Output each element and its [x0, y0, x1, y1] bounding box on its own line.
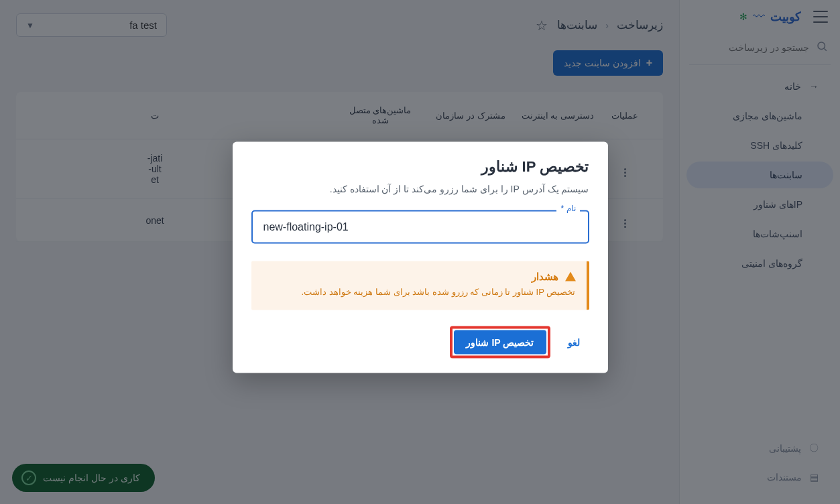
warning-text: تخصیص IP شناور تا زمانی که رزرو شده باشد… — [262, 286, 576, 296]
confirm-highlight: تخصیص IP شناور — [450, 326, 550, 358]
required-mark: * — [560, 203, 564, 212]
warning-icon — [565, 271, 576, 281]
name-input[interactable] — [251, 210, 589, 243]
name-label: نام * — [556, 203, 579, 212]
cancel-button[interactable]: لغو — [558, 330, 589, 354]
name-field-wrap: نام * — [251, 210, 589, 243]
warning-title: هشدار — [532, 270, 558, 282]
allocate-button[interactable]: تخصیص IP شناور — [454, 330, 546, 354]
modal-title: تخصیص IP شناور — [251, 158, 589, 175]
warning-box: هشدار تخصیص IP شناور تا زمانی که رزرو شد… — [251, 261, 589, 310]
allocate-fip-modal: تخصیص IP شناور سیستم یک آدرس IP را برای … — [233, 141, 608, 373]
warning-header: هشدار — [262, 270, 576, 282]
modal-actions: لغو تخصیص IP شناور — [251, 326, 589, 358]
modal-desc: سیستم یک آدرس IP را برای شما رزرو می‌کند… — [251, 183, 589, 194]
